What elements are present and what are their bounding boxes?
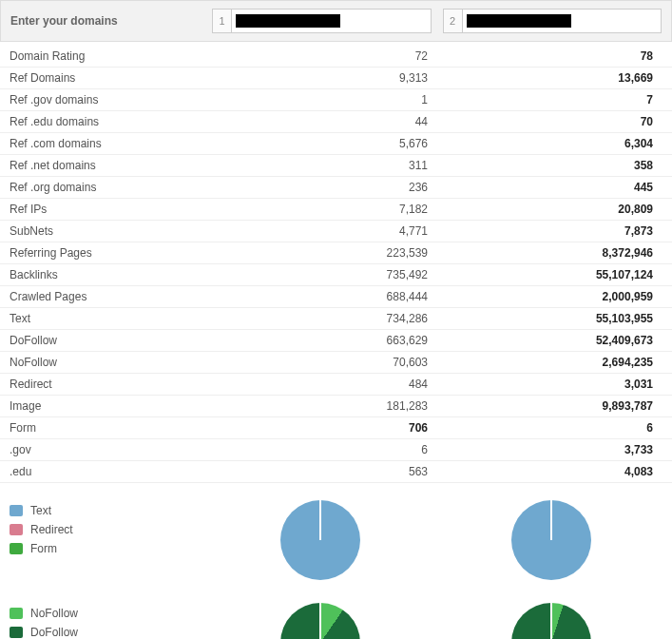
domain-input-2-value-redacted	[467, 14, 571, 28]
legend-label: DoFollow	[30, 626, 78, 639]
follow-pie-domain2-cell	[441, 603, 663, 639]
metric-label: Form	[0, 417, 266, 439]
follow-legend: NoFollowDoFollow	[10, 603, 200, 639]
metric-value-domain2: 6,304	[437, 133, 672, 155]
metric-label: Referring Pages	[0, 242, 266, 264]
legend-label: Text	[30, 504, 51, 517]
table-row: Domain Rating7278	[0, 46, 672, 68]
domain-input-2[interactable]: 2	[443, 9, 662, 33]
domain-input-2-index: 2	[444, 10, 463, 32]
metric-value-domain1: 735,492	[266, 264, 437, 286]
metric-label: Domain Rating	[0, 46, 266, 68]
legend-swatch	[10, 505, 23, 516]
metric-value-domain1: 223,539	[266, 242, 437, 264]
legend-swatch	[10, 524, 23, 535]
metric-value-domain1: 9,313	[266, 68, 437, 89]
linktype-pie-domain2-cell	[441, 500, 663, 580]
metric-value-domain1: 484	[266, 374, 437, 396]
metric-label: Crawled Pages	[0, 286, 266, 308]
domain-input-1-value-redacted	[236, 14, 340, 28]
follow-pie-domain1-cell	[209, 603, 432, 639]
table-row: Referring Pages223,5398,372,946	[0, 242, 672, 264]
metric-label: Text	[0, 308, 266, 330]
metric-value-domain2: 2,000,959	[437, 286, 672, 308]
metric-label: Redirect	[0, 374, 266, 396]
metric-value-domain2: 7,873	[437, 221, 672, 242]
table-row: .edu5634,083	[0, 461, 672, 483]
metric-value-domain1: 688,444	[266, 286, 437, 308]
legend-item: DoFollow	[10, 626, 200, 639]
pie-separator	[319, 603, 321, 639]
metric-value-domain1: 1	[266, 89, 437, 111]
metric-value-domain2: 52,409,673	[437, 330, 672, 352]
legend-swatch	[10, 627, 23, 638]
metric-label: Ref .gov domains	[0, 89, 266, 111]
enter-domains-label: Enter your domains	[10, 14, 201, 28]
linktype-pie-domain1	[280, 500, 360, 580]
linktype-pie-domain1-cell	[209, 500, 432, 580]
metric-value-domain1: 181,283	[266, 396, 437, 417]
metric-value-domain2: 358	[437, 155, 672, 177]
metric-value-domain1: 4,771	[266, 221, 437, 242]
metric-value-domain1: 72	[266, 46, 437, 68]
metric-value-domain1: 663,629	[266, 330, 437, 352]
legend-label: NoFollow	[30, 607, 78, 620]
metric-value-domain2: 70	[437, 111, 672, 133]
metric-value-domain2: 8,372,946	[437, 242, 672, 264]
follow-pie-domain2	[511, 603, 591, 639]
metric-value-domain2: 55,103,955	[437, 308, 672, 330]
legend-swatch	[10, 543, 23, 554]
linktype-chart-row: TextRedirectForm	[0, 483, 672, 586]
domain-input-1-index: 1	[213, 10, 232, 32]
legend-item: Form	[10, 542, 200, 555]
metric-value-domain2: 2,694,235	[437, 352, 672, 374]
table-row: Image181,2839,893,787	[0, 396, 672, 417]
legend-swatch	[10, 608, 23, 619]
table-row: Form7066	[0, 417, 672, 439]
metric-value-domain2: 78	[437, 46, 672, 68]
metric-label: Image	[0, 396, 266, 417]
legend-item: NoFollow	[10, 607, 200, 620]
metric-value-domain2: 6	[437, 417, 672, 439]
metric-label: Backlinks	[0, 264, 266, 286]
metric-label: DoFollow	[0, 330, 266, 352]
table-row: DoFollow663,62952,409,673	[0, 330, 672, 352]
pie-separator	[550, 603, 552, 639]
metrics-table: Domain Rating7278Ref Domains9,31313,669R…	[0, 46, 672, 483]
metric-value-domain1: 236	[266, 177, 437, 199]
pie-separator	[550, 500, 552, 540]
metric-value-domain1: 6	[266, 439, 437, 461]
metric-value-domain2: 13,669	[437, 68, 672, 89]
table-row: SubNets4,7717,873	[0, 221, 672, 242]
table-row: Crawled Pages688,4442,000,959	[0, 286, 672, 308]
metric-value-domain2: 3,733	[437, 439, 672, 461]
domain-input-1[interactable]: 1	[212, 9, 432, 33]
metric-value-domain2: 55,107,124	[437, 264, 672, 286]
metric-value-domain2: 3,031	[437, 374, 672, 396]
metric-label: Ref .edu domains	[0, 111, 266, 133]
metric-value-domain1: 311	[266, 155, 437, 177]
pie-separator	[319, 500, 321, 540]
metric-label: Ref .net domains	[0, 155, 266, 177]
table-row: Ref .org domains236445	[0, 177, 672, 199]
metric-value-domain2: 445	[437, 177, 672, 199]
table-row: NoFollow70,6032,694,235	[0, 352, 672, 374]
metric-label: SubNets	[0, 221, 266, 242]
metric-value-domain2: 7	[437, 89, 672, 111]
metric-label: Ref .org domains	[0, 177, 266, 199]
metric-value-domain2: 9,893,787	[437, 396, 672, 417]
legend-label: Redirect	[30, 523, 73, 536]
table-row: Redirect4843,031	[0, 374, 672, 396]
follow-pie-domain1	[280, 603, 360, 639]
metric-label: .edu	[0, 461, 266, 483]
metric-label: Ref .com domains	[0, 133, 266, 155]
legend-item: Text	[10, 504, 200, 517]
metric-value-domain1: 70,603	[266, 352, 437, 374]
legend-item: Redirect	[10, 523, 200, 536]
metric-label: Ref Domains	[0, 68, 266, 89]
metric-value-domain1: 44	[266, 111, 437, 133]
table-row: Ref IPs7,18220,809	[0, 199, 672, 221]
follow-chart-row: NoFollowDoFollow	[0, 586, 672, 639]
domain-entry-bar: Enter your domains 1 2	[0, 0, 672, 42]
legend-label: Form	[30, 542, 57, 555]
